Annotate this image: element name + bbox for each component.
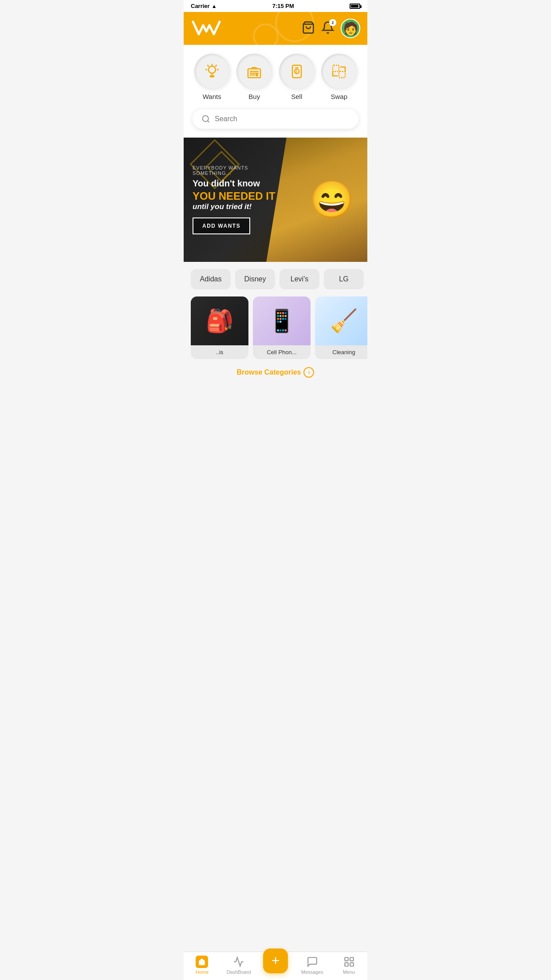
banner-eyebrow: EVERYBODY WANTS SOMETHING... (193, 165, 276, 176)
brand-chip-lg[interactable]: LG (324, 269, 364, 289)
svg-text:$: $ (295, 70, 297, 74)
buy-icon-circle (236, 54, 272, 89)
cart-button[interactable] (302, 21, 315, 36)
avatar[interactable]: 🧑 (341, 19, 360, 38)
notification-badge: 2 (329, 19, 336, 26)
status-bar: Carrier ▲ 7:15 PM (184, 0, 367, 12)
svg-point-1 (209, 66, 216, 73)
sell-label: Sell (291, 93, 302, 100)
wants-nav-item[interactable]: Wants (194, 54, 230, 100)
brand-chip-adidas[interactable]: Adidas (191, 269, 231, 289)
search-input[interactable] (215, 115, 350, 123)
wifi-icon: ▲ (212, 3, 217, 9)
search-section (184, 105, 367, 138)
search-bar[interactable] (193, 109, 358, 129)
notifications-button[interactable]: 2 (321, 21, 335, 36)
category-label-cellphones: Cell Phon... (253, 345, 311, 359)
sell-icon-circle: $ (279, 54, 315, 89)
header-actions: 2 🧑 (302, 19, 360, 38)
browse-categories-link[interactable]: Browse Categories › (184, 363, 367, 385)
avatar-image: 🧑 (343, 21, 358, 36)
brand-chips-section: Adidas Disney Levi's LG (184, 262, 367, 293)
buy-label: Buy (248, 93, 260, 100)
browse-link-text: Browse Categories (237, 368, 301, 376)
add-wants-button[interactable]: ADD WANTS (193, 217, 250, 234)
swap-label: Swap (331, 93, 347, 100)
app-header: 2 🧑 (184, 12, 367, 45)
swap-icon-circle (321, 54, 357, 89)
svg-point-14 (203, 116, 209, 122)
app-logo (191, 17, 222, 40)
swap-nav-item[interactable]: Swap (321, 54, 357, 100)
brand-chip-disney[interactable]: Disney (235, 269, 275, 289)
buy-icon (245, 63, 263, 80)
banner-title-line1: You didn't know (193, 178, 276, 189)
svg-rect-13 (339, 71, 345, 78)
cart-icon (302, 21, 315, 34)
time-display: 7:15 PM (272, 3, 294, 9)
category-image-cellphones: 📱 (253, 296, 311, 345)
brand-chip-levis[interactable]: Levi's (279, 269, 319, 289)
banner-text-content: EVERYBODY WANTS SOMETHING... You didn't … (184, 156, 285, 243)
banner-subtitle: until you tried it! (193, 202, 276, 211)
swap-icon (330, 63, 348, 80)
category-label-misc: ..is (191, 345, 248, 359)
banner-person-emoji: 😄 (310, 179, 354, 221)
category-label-cleaning: Cleaning (315, 345, 367, 359)
search-icon (201, 115, 210, 123)
category-cards-section: 🎒 ..is 📱 Cell Phon... 🧹 Cleaning ⌨️ Coll… (184, 293, 367, 363)
category-card-misc[interactable]: 🎒 ..is (191, 296, 248, 359)
wants-icon (203, 63, 221, 80)
buy-nav-item[interactable]: Buy (236, 54, 272, 100)
carrier-label: Carrier (191, 3, 210, 9)
category-card-cleaning[interactable]: 🧹 Cleaning (315, 296, 367, 359)
battery-icon (350, 4, 360, 9)
carrier-info: Carrier ▲ (191, 3, 217, 9)
category-nav: Wants Buy $ Sell (184, 45, 367, 105)
banner-highlight-text: YOU NEEDED IT (193, 190, 276, 202)
category-image-misc: 🎒 (191, 296, 248, 345)
category-image-cleaning: 🧹 (315, 296, 367, 345)
svg-point-7 (256, 74, 258, 76)
wants-label: Wants (203, 93, 221, 100)
logo-svg (191, 17, 222, 40)
wants-icon-circle (194, 54, 230, 89)
svg-rect-12 (333, 65, 339, 71)
category-card-cellphones[interactable]: 📱 Cell Phon... (253, 296, 311, 359)
promo-banner: ✕ 😄 EVERYBODY WANTS SOMETHING... You did… (184, 138, 367, 262)
sell-icon: $ (288, 63, 306, 80)
sell-nav-item[interactable]: $ Sell (279, 54, 315, 100)
browse-link-arrow-icon: › (303, 367, 314, 378)
